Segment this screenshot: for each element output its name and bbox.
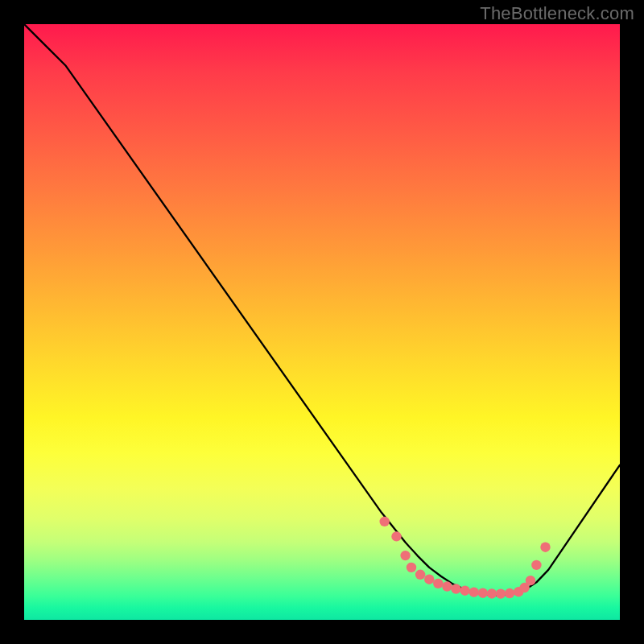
markers-group xyxy=(380,517,551,599)
curve-marker xyxy=(478,588,488,598)
curve-marker xyxy=(526,576,535,585)
chart-svg xyxy=(24,24,620,620)
curve-marker xyxy=(407,563,416,572)
curve-path xyxy=(24,24,620,596)
curve-marker xyxy=(469,587,479,597)
curve-marker xyxy=(451,584,460,593)
curve-marker xyxy=(442,581,452,591)
curve-marker xyxy=(415,570,425,580)
curve-marker xyxy=(391,531,401,541)
plot-area xyxy=(24,24,620,620)
curve-marker xyxy=(496,588,506,598)
curve-marker xyxy=(531,560,541,570)
curve-marker xyxy=(380,517,390,526)
watermark-text: TheBottleneck.com xyxy=(480,3,634,24)
curve-marker xyxy=(433,579,443,588)
curve-marker xyxy=(424,574,434,584)
curve-marker xyxy=(540,543,550,552)
curve-marker xyxy=(460,586,469,596)
chart-frame: TheBottleneck.com xyxy=(0,0,644,644)
curve-marker xyxy=(400,551,410,560)
curve-marker xyxy=(487,588,497,598)
curve-marker xyxy=(505,588,514,598)
